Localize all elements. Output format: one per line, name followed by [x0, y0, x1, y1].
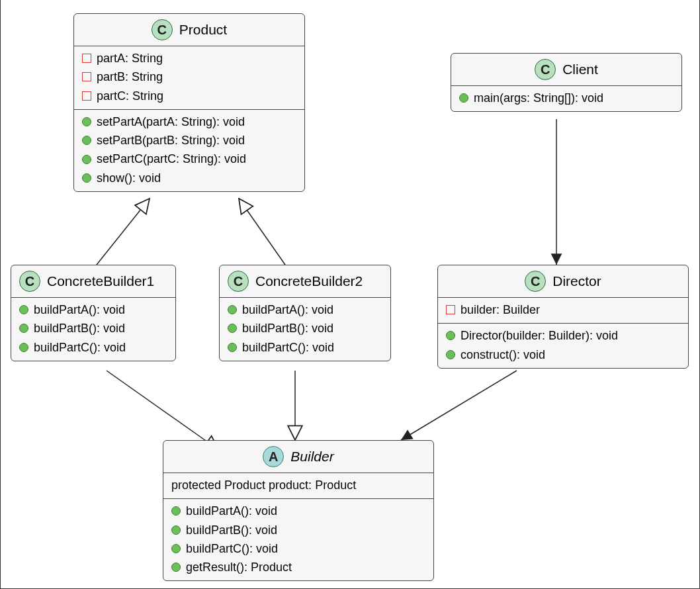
- class-stereotype-icon: A: [263, 446, 284, 467]
- visibility-private-icon: [82, 72, 91, 81]
- attributes-section: builder: Builder: [438, 298, 688, 324]
- method: getResult(): Product: [186, 559, 292, 575]
- method: buildPartA(): void: [242, 302, 333, 318]
- visibility-public-icon: [171, 544, 181, 553]
- visibility-public-icon: [446, 331, 455, 340]
- rel-director-builder: [401, 371, 517, 440]
- method: buildPartC(): void: [186, 541, 278, 557]
- attribute: partA: String: [97, 50, 163, 66]
- class-title: C Director: [438, 265, 688, 298]
- class-stereotype-icon: C: [19, 271, 40, 292]
- visibility-public-icon: [228, 343, 237, 352]
- rel-cb1-builder: [107, 371, 219, 450]
- class-name: ConcreteBuilder2: [255, 273, 363, 289]
- visibility-public-icon: [82, 173, 91, 183]
- class-stereotype-icon: C: [152, 19, 173, 40]
- class-builder: A Builder protected Product product: Pro…: [163, 440, 434, 581]
- class-title: C ConcreteBuilder1: [11, 265, 175, 298]
- class-title: C Client: [451, 54, 681, 86]
- class-director: C Director builder: Builder Director(bui…: [437, 265, 689, 369]
- rel-cb1-product: [97, 199, 150, 265]
- class-concretebuilder2: C ConcreteBuilder2 buildPartA(): void bu…: [219, 265, 391, 361]
- class-title: C ConcreteBuilder2: [220, 265, 390, 298]
- attribute: partB: String: [97, 69, 163, 85]
- class-stereotype-icon: C: [228, 271, 249, 292]
- method: setPartB(partB: String): void: [97, 132, 245, 148]
- visibility-public-icon: [82, 136, 91, 145]
- method: buildPartB(): void: [242, 320, 333, 336]
- attribute: protected Product product: Product: [171, 477, 356, 493]
- visibility-public-icon: [171, 506, 181, 516]
- class-title: C Product: [74, 14, 304, 46]
- method: buildPartA(): void: [186, 503, 277, 519]
- method: show(): void: [97, 170, 161, 186]
- attribute: builder: Builder: [460, 302, 540, 318]
- class-name: ConcreteBuilder1: [47, 273, 154, 289]
- methods-section: buildPartA(): void buildPartB(): void bu…: [220, 298, 390, 361]
- class-name: Client: [562, 62, 598, 77]
- attributes-section: partA: String partB: String partC: Strin…: [74, 46, 304, 110]
- methods-section: buildPartA(): void buildPartB(): void bu…: [11, 298, 175, 361]
- method: buildPartB(): void: [186, 522, 277, 538]
- class-name: Director: [552, 273, 601, 289]
- visibility-public-icon: [459, 93, 468, 103]
- method: construct(): void: [460, 347, 545, 363]
- class-stereotype-icon: C: [535, 59, 556, 80]
- rel-cb2-product: [239, 199, 285, 265]
- method: Director(builder: Builder): void: [460, 328, 618, 343]
- class-client: C Client main(args: String[]): void: [451, 53, 682, 112]
- uml-diagram: C Product partA: String partB: String pa…: [0, 0, 700, 589]
- methods-section: buildPartA(): void buildPartB(): void bu…: [163, 499, 433, 580]
- method: setPartC(partC: String): void: [97, 151, 246, 167]
- class-title: A Builder: [163, 441, 433, 473]
- attributes-section: protected Product product: Product: [163, 473, 433, 499]
- visibility-public-icon: [82, 117, 91, 126]
- methods-section: Director(builder: Builder): void constru…: [438, 324, 688, 368]
- method: main(args: String[]): void: [474, 90, 603, 106]
- methods-section: main(args: String[]): void: [451, 86, 681, 111]
- method: buildPartA(): void: [34, 302, 125, 318]
- method: buildPartC(): void: [242, 340, 334, 355]
- class-name: Product: [179, 22, 227, 38]
- visibility-public-icon: [446, 350, 455, 359]
- visibility-public-icon: [171, 563, 181, 572]
- visibility-private-icon: [446, 305, 455, 314]
- class-concretebuilder1: C ConcreteBuilder1 buildPartA(): void bu…: [11, 265, 176, 361]
- class-stereotype-icon: C: [525, 271, 546, 292]
- attribute: partC: String: [97, 88, 163, 104]
- class-name: Builder: [290, 449, 333, 465]
- method: setPartA(partA: String): void: [97, 114, 245, 130]
- visibility-private-icon: [82, 54, 91, 63]
- visibility-private-icon: [82, 91, 91, 101]
- method: buildPartB(): void: [34, 320, 125, 336]
- method: buildPartC(): void: [34, 340, 126, 355]
- class-product: C Product partA: String partB: String pa…: [73, 13, 305, 192]
- visibility-public-icon: [19, 343, 28, 352]
- visibility-public-icon: [228, 305, 237, 314]
- visibility-public-icon: [19, 305, 28, 314]
- visibility-public-icon: [82, 155, 91, 164]
- visibility-public-icon: [171, 525, 181, 535]
- visibility-public-icon: [228, 324, 237, 333]
- visibility-public-icon: [19, 324, 28, 333]
- methods-section: setPartA(partA: String): void setPartB(p…: [74, 110, 304, 191]
